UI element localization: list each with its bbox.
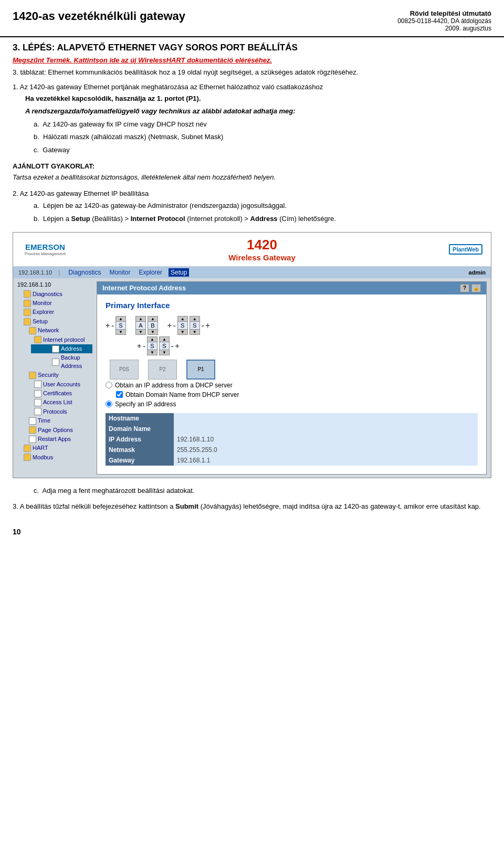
radio-dhcp-input[interactable] [106,382,112,388]
spin-down-a[interactable]: ▼ [136,329,145,334]
sidebar-item-monitor[interactable]: Monitor [20,299,92,308]
form-row-gateway: Gateway [106,455,478,466]
form-value-domain-name[interactable] [174,424,478,434]
radio-specify-ip[interactable]: Specify an IP address [106,401,478,408]
spinner-s3[interactable]: ▲ S ▼ [190,316,200,335]
checkbox-domain-name[interactable]: Obtain Domain Name from DHCP server [116,391,478,398]
input-netmask[interactable] [177,446,475,454]
spin-down-b[interactable]: ▼ [148,329,158,334]
nav-diagnostics[interactable]: Diagnostics [66,268,103,277]
folder-icon [29,426,36,434]
port-p0s-label: P0S [119,366,129,372]
sidebar-ip: 192.168.1.10 [15,281,92,288]
form-value-hostname[interactable] [174,413,478,424]
spin-up-s2[interactable]: ▲ [178,317,187,322]
sidebar-item-access-list[interactable]: Access List [31,398,92,407]
spinner-s2[interactable]: ▲ S ▼ [177,316,188,335]
nav-setup[interactable]: Setup [169,268,189,277]
form-row-hostname: Hostname [106,413,478,424]
sidebar-item-restart-apps[interactable]: Restart Apps [26,435,92,444]
spin-up[interactable]: ▲ [116,317,125,322]
spin-val-s3: S [190,322,200,329]
spin-up-a[interactable]: ▲ [136,317,145,322]
promo-banner[interactable]: Megszűnt Termék. Kattintson ide az új Wi… [13,56,491,64]
minus-icon-r2-1[interactable]: - [143,342,145,350]
folder-icon [24,318,31,325]
spinner-a[interactable]: ▲ A ▼ [135,316,146,335]
gw-logo-area: EMERSON Process Management [22,238,75,260]
spin-down[interactable]: ▼ [116,329,125,334]
sidebar-item-modbus[interactable]: Modbus [20,453,92,462]
input-gateway[interactable] [177,457,475,464]
ip-spinners-row1: + - ▲ S ▼ ▲ A ▼ [106,316,478,355]
spinner-r2-s1[interactable]: ▲ S ▼ [147,336,158,355]
form-value-ip-address[interactable] [174,434,478,445]
sidebar-item-setup[interactable]: Setup [20,317,92,326]
spin-up-r2s1[interactable]: ▲ [148,337,157,342]
spinner-r2-s2[interactable]: ▲ S ▼ [159,336,170,355]
spinner-s1[interactable]: ▲ S ▼ [116,316,126,335]
spinner-b[interactable]: ▲ B ▼ [148,316,158,335]
item-3: 3. A beállítás tűzfal nélküli befejezésé… [13,501,491,512]
sidebar-item-backup-address[interactable]: Backup Address [31,353,92,371]
port-p1-label: P1 [197,366,204,372]
plus-icon-3[interactable]: + [205,321,209,330]
sidebar-item-user-accounts[interactable]: User Accounts [31,380,92,389]
radio-dhcp[interactable]: Obtain an IP address from a DHCP server [106,382,478,389]
sidebar-item-internet-protocol[interactable]: Internet protocol [31,335,92,344]
radio-specify-input[interactable] [106,401,112,407]
form-label-netmask: Netmask [106,445,174,455]
spin-down-s2[interactable]: ▼ [178,329,187,334]
sidebar-item-network[interactable]: Network [26,326,92,335]
nav-ip: 192.168.1.10 [18,269,52,276]
plus-icon-2[interactable]: + [167,321,172,330]
form-row-domain-name: Domain Name [106,424,478,434]
sidebar-item-time[interactable]: Time [26,416,92,425]
sidebar-item-certificates[interactable]: Certificates [31,389,92,398]
minus-icon-2[interactable]: - [173,321,176,330]
gw-model-number: 1420 [75,237,449,253]
gw-content-panel: Internet Protocol Address ? 🔒 Primary In… [97,281,487,475]
sidebar-item-security[interactable]: Security [26,371,92,380]
item-3-submit: Submit [175,502,198,510]
form-value-gateway[interactable] [174,455,478,466]
spin-up-b[interactable]: ▲ [148,317,158,322]
dialog-help-btn[interactable]: ? [460,284,469,292]
doc-number: 00825-0118-4420, DA átdolgozás [397,17,491,25]
gw-navbar: 192.168.1.10 | Diagnostics Monitor Explo… [13,267,491,278]
spin-val-s1: S [116,322,125,329]
minus-icon-r2-2[interactable]: - [171,342,174,350]
form-value-netmask[interactable] [174,445,478,455]
folder-icon [34,336,41,343]
admin-label: admin [469,269,486,276]
sidebar-item-explorer[interactable]: Explorer [20,308,92,317]
minus-icon-1[interactable]: - [111,321,114,330]
sidebar-item-page-options[interactable]: Page Options [26,426,92,435]
sidebar-item-address[interactable]: Address [31,344,92,353]
plus-icon-r2-2[interactable]: + [175,342,180,350]
input-domain-name[interactable] [177,425,475,433]
plus-icon-r2-1[interactable]: + [137,342,141,350]
sidebar-item-hart[interactable]: HART [20,444,92,452]
spin-down-s3[interactable]: ▼ [190,329,200,334]
minus-icon-3[interactable]: - [202,321,204,330]
doc-title: Rövid telepítési útmutató [397,9,491,17]
table-reference: 3. táblázat: Ethernet kommunikációs beál… [13,67,491,78]
spin-down-r2s1[interactable]: ▼ [148,350,157,355]
checkbox-domain-label: Obtain Domain Name from DHCP server [125,391,239,398]
input-ip-address[interactable] [177,436,475,443]
doc-date: 2009. augusztus [397,25,491,32]
spin-up-s3[interactable]: ▲ [190,317,200,322]
promo-link[interactable]: Kattintson ide az új WirelessHART dokume… [74,56,272,64]
plus-icon-1[interactable]: + [106,321,110,330]
input-hostname[interactable] [177,415,475,422]
nav-monitor[interactable]: Monitor [107,268,132,277]
primary-interface-title: Primary Interface [106,301,478,310]
nav-explorer[interactable]: Explorer [136,268,164,277]
sidebar-item-diagnostics[interactable]: Diagnostics [20,290,92,299]
checkbox-domain-input[interactable] [116,391,123,398]
page-icon [34,390,41,397]
spin-up-r2s2[interactable]: ▲ [160,337,169,342]
spin-down-r2s2[interactable]: ▼ [160,350,169,355]
sidebar-item-protocols[interactable]: Protocols [31,407,92,416]
